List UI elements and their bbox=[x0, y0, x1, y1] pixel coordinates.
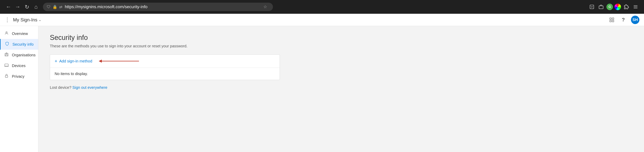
plus-icon: + bbox=[55, 58, 57, 64]
svg-rect-1 bbox=[599, 6, 603, 9]
sidebar-item-security-info[interactable]: Security info bbox=[0, 39, 38, 50]
browser-toolbar-right: G bbox=[588, 3, 640, 11]
chevron-down-icon[interactable]: ⌄ bbox=[38, 18, 42, 22]
svg-rect-12 bbox=[5, 76, 8, 77]
url-display: https://mysignins.microsoft.com/security… bbox=[65, 4, 259, 9]
extensions-button[interactable] bbox=[622, 3, 630, 11]
sidebar-label-devices: Devices bbox=[12, 64, 26, 68]
home-icon: ⌂ bbox=[34, 4, 38, 10]
svg-rect-10 bbox=[5, 54, 8, 56]
layout-icon-btn[interactable] bbox=[608, 16, 616, 24]
app-title-text: My Sign-Ins bbox=[13, 17, 38, 22]
empty-state: No items to display. bbox=[50, 68, 280, 80]
forward-button[interactable]: → bbox=[14, 3, 22, 11]
add-method-label: Add sign-in method bbox=[59, 59, 92, 63]
svg-rect-11 bbox=[5, 64, 8, 66]
add-sign-in-method-button[interactable]: + Add sign-in method bbox=[55, 58, 92, 64]
colorful-profile-icon[interactable] bbox=[614, 4, 621, 10]
svg-point-9 bbox=[6, 32, 7, 33]
svg-rect-6 bbox=[612, 18, 614, 19]
sign-out-everywhere-link[interactable]: Sign out everywhere bbox=[72, 85, 107, 89]
sidebar-label-privacy: Privacy bbox=[12, 74, 24, 79]
address-bar-icons: 🛡 🔒 ⇄ bbox=[47, 4, 62, 9]
sidebar-label-organisations: Organisations bbox=[12, 53, 36, 57]
forward-icon: → bbox=[15, 4, 20, 10]
collections-button[interactable] bbox=[597, 3, 605, 11]
add-method-row: + Add sign-in method bbox=[50, 55, 280, 68]
sidebar-label-overview: Overview bbox=[12, 31, 28, 36]
app-header-right: ? SH bbox=[608, 16, 640, 24]
person-icon bbox=[4, 31, 9, 36]
sidebar-label-security-info: Security info bbox=[12, 42, 34, 47]
browser-nav-buttons: ← → ↻ ⌂ bbox=[4, 3, 40, 11]
refresh-button[interactable]: ↻ bbox=[23, 3, 31, 11]
lost-device-text: Lost device? bbox=[50, 85, 71, 89]
page-title: Security info bbox=[50, 34, 632, 42]
sidebar-item-organisations[interactable]: Organisations bbox=[0, 50, 38, 60]
home-button[interactable]: ⌂ bbox=[32, 3, 40, 11]
laptop-icon bbox=[4, 63, 9, 68]
sidebar: Overview Security info Organisations Dev… bbox=[0, 26, 38, 152]
content-area: Security info These are the methods you … bbox=[38, 26, 644, 152]
security-card: + Add sign-in method No items to display… bbox=[50, 54, 280, 80]
menu-button[interactable] bbox=[632, 3, 640, 11]
lost-device-section: Lost device? Sign out everywhere bbox=[50, 85, 280, 90]
shield-key-icon bbox=[4, 42, 10, 47]
grid-icon[interactable]: ⋮ bbox=[4, 17, 10, 23]
lock-icon: 🔒 bbox=[52, 4, 57, 9]
refresh-icon: ↻ bbox=[25, 4, 29, 10]
help-button[interactable]: ? bbox=[620, 16, 627, 24]
lock-privacy-icon bbox=[4, 74, 9, 79]
address-bar[interactable]: 🛡 🔒 ⇄ https://mysignins.microsoft.com/se… bbox=[43, 3, 273, 11]
pocket-icon-btn[interactable] bbox=[588, 3, 596, 11]
app-title: My Sign-Ins ⌄ bbox=[13, 17, 42, 22]
main-layout: Overview Security info Organisations Dev… bbox=[0, 26, 644, 152]
app-header: ⋮ My Sign-Ins ⌄ ? SH bbox=[0, 14, 644, 26]
permission-icon: ⇄ bbox=[59, 4, 62, 9]
sidebar-item-privacy[interactable]: Privacy bbox=[0, 71, 38, 82]
empty-state-text: No items to display. bbox=[55, 72, 88, 76]
sidebar-item-overview[interactable]: Overview bbox=[0, 28, 38, 39]
arrow-indicator bbox=[97, 58, 139, 64]
svg-marker-14 bbox=[99, 60, 102, 63]
building-icon bbox=[4, 52, 9, 58]
help-icon: ? bbox=[622, 17, 625, 23]
back-icon: ← bbox=[6, 4, 11, 10]
profile-icon-btn[interactable]: G bbox=[606, 4, 613, 10]
back-button[interactable]: ← bbox=[4, 3, 12, 11]
sidebar-item-devices[interactable]: Devices bbox=[0, 60, 38, 71]
svg-rect-5 bbox=[610, 18, 612, 19]
star-icon[interactable]: ☆ bbox=[262, 3, 269, 11]
user-avatar[interactable]: SH bbox=[631, 16, 640, 24]
page-subtitle: These are the methods you use to sign in… bbox=[50, 44, 632, 48]
svg-rect-0 bbox=[590, 5, 594, 9]
svg-rect-7 bbox=[610, 20, 612, 22]
browser-chrome: ← → ↻ ⌂ 🛡 🔒 ⇄ https://mysignins.microsof… bbox=[0, 0, 644, 14]
svg-rect-8 bbox=[612, 20, 614, 22]
shield-icon: 🛡 bbox=[47, 5, 50, 9]
